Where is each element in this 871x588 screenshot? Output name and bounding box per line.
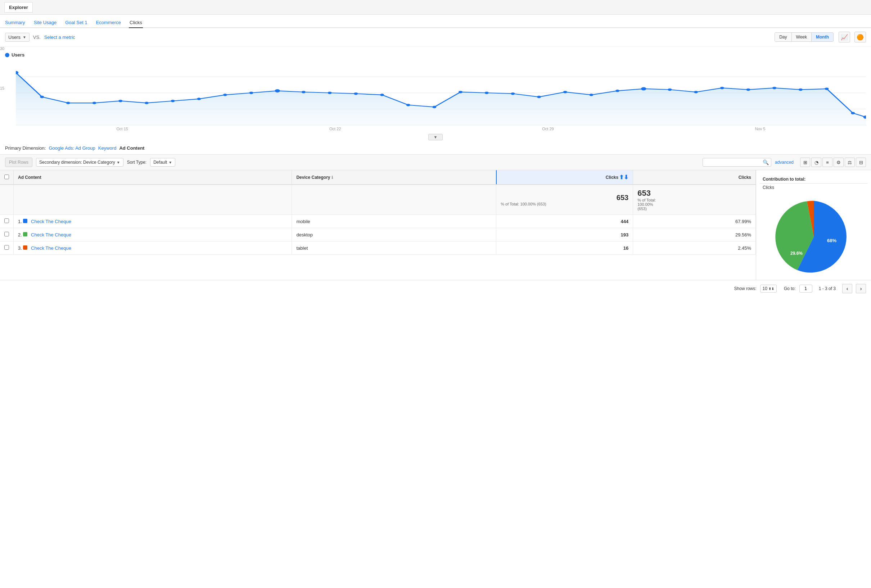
day-btn[interactable]: Day	[775, 33, 792, 41]
row1-ad-content-cell: 1. Check The Cheque	[13, 215, 292, 228]
collapse-chart-btn[interactable]: ▼	[428, 134, 443, 140]
row3-ad-content-cell: 3. Check The Cheque	[13, 241, 292, 255]
row2-color-dot	[23, 232, 27, 236]
svg-point-18	[380, 94, 384, 96]
page-info: 1 - 3 of 3	[819, 286, 836, 291]
week-btn[interactable]: Week	[792, 33, 812, 41]
svg-point-22	[485, 92, 489, 94]
tab-site-usage[interactable]: Site Usage	[33, 18, 58, 28]
secondary-dim-chevron: ▼	[117, 160, 120, 165]
th-clicks-sort[interactable]: Clicks ⬆⬇	[496, 170, 633, 185]
svg-point-15	[302, 91, 305, 93]
svg-point-6	[66, 102, 70, 104]
pie-chart-container: 68% 29.6%	[774, 197, 853, 276]
totals-device-cell	[292, 185, 496, 215]
search-icon[interactable]: 🔍	[763, 159, 769, 165]
table-row: 2. Check The Cheque desktop 193 29.56%	[0, 228, 756, 241]
svg-point-31	[720, 87, 724, 89]
search-box[interactable]: 🔍	[703, 158, 771, 167]
row3-clicks-sort-cell: 16	[496, 241, 633, 255]
time-toggle: Day Week Month	[775, 32, 834, 42]
pie-chart-icon-btn[interactable]: 🟠	[855, 31, 866, 42]
chart-collapse-area: ▼	[0, 134, 871, 140]
table-row: 3. Check The Cheque tablet 16 2.45%	[0, 241, 756, 255]
month-btn[interactable]: Month	[812, 33, 833, 41]
svg-point-21	[458, 91, 462, 93]
svg-point-10	[171, 100, 175, 102]
advanced-link[interactable]: advanced	[775, 160, 794, 165]
row3-name-link[interactable]: Check The Cheque	[31, 245, 71, 251]
dim-google-ads-link[interactable]: Google Ads: Ad Group	[49, 145, 95, 151]
compare-view-btn[interactable]: ⚖	[845, 158, 855, 167]
th-ad-content: Ad Content	[13, 170, 292, 185]
prev-page-btn[interactable]: ‹	[842, 284, 852, 293]
plot-rows-button[interactable]: Plot Rows	[5, 158, 32, 167]
view-icons: ⊞ ◔ ≡ ⚙ ⚖ ⊟	[800, 158, 866, 167]
totals-row: 653 % of Total: 100.00% (653) 653 % of T…	[0, 185, 756, 215]
select-all-checkbox[interactable]	[4, 175, 9, 179]
tab-goal-set[interactable]: Goal Set 1	[64, 18, 88, 28]
dim-keyword-link[interactable]: Keyword	[98, 145, 117, 151]
svg-point-14	[275, 89, 280, 93]
settings-view-btn[interactable]: ⚙	[834, 158, 844, 167]
row2-checkbox-cell	[0, 228, 13, 241]
svg-point-35	[825, 87, 829, 90]
chart-container	[16, 60, 866, 125]
chevron-down-icon: ▼	[23, 35, 26, 39]
row2-clicks-cell: 29.56%	[633, 228, 756, 241]
svg-point-13	[250, 92, 253, 94]
svg-point-30	[694, 91, 698, 93]
row2-checkbox[interactable]	[4, 232, 9, 236]
table-wrapper: Ad Content Device Category ℹ Clicks ⬆⬇ C…	[0, 170, 871, 280]
table-row: 1. Check The Cheque mobile 444 67.99%	[0, 215, 756, 228]
svg-point-29	[667, 88, 672, 91]
primary-dim-label: Primary Dimension:	[5, 145, 46, 151]
y-axis: 30 15	[0, 46, 4, 132]
row2-name-link[interactable]: Check The Cheque	[31, 232, 71, 238]
row3-clicks-cell: 2.45%	[633, 241, 756, 255]
totals-clicks-cell: 653 % of Total: 100.00% (653)	[633, 185, 756, 215]
secondary-dim-dropdown[interactable]: Secondary dimension: Device Category ▼	[36, 158, 123, 167]
dim-ad-content-active: Ad Content	[119, 145, 144, 151]
data-table: Ad Content Device Category ℹ Clicks ⬆⬇ C…	[0, 170, 756, 255]
tab-clicks[interactable]: Clicks	[129, 18, 143, 28]
row3-checkbox[interactable]	[4, 245, 9, 250]
svg-point-5	[40, 96, 44, 98]
svg-point-28	[641, 87, 647, 90]
pie-metric-label: Clicks	[760, 184, 867, 190]
goto-input[interactable]	[799, 285, 812, 293]
pie-label-blue: 68%	[827, 238, 836, 243]
svg-point-19	[406, 104, 410, 106]
select-metric-link[interactable]: Select a metric	[44, 34, 75, 40]
explorer-tab[interactable]: Explorer	[4, 2, 33, 13]
table-footer: Show rows: 10 ⬆⬇ Go to: 1 - 3 of 3 ‹ ›	[0, 280, 871, 297]
metric-dropdown[interactable]: Users ▼	[5, 33, 30, 42]
row1-checkbox-cell	[0, 215, 13, 228]
rows-count-dropdown[interactable]: 10 ⬆⬇	[760, 285, 777, 293]
nav-tabs: Summary Site Usage Goal Set 1 Ecommerce …	[0, 15, 871, 28]
row1-checkbox[interactable]	[4, 218, 9, 223]
contribution-header: Contribution to total:	[760, 174, 867, 184]
grid-view-btn[interactable]: ⊟	[856, 158, 866, 167]
next-page-btn[interactable]: ›	[856, 284, 866, 293]
pie-view-btn[interactable]: ◔	[811, 158, 821, 167]
sort-type-dropdown[interactable]: Default ▼	[150, 158, 175, 167]
controls-row: Users ▼ VS. Select a metric Day Week Mon…	[0, 28, 871, 46]
svg-point-26	[589, 94, 593, 96]
search-input[interactable]	[705, 160, 763, 165]
rows-count-arrows: ⬆⬇	[768, 287, 774, 291]
tab-summary[interactable]: Summary	[4, 18, 26, 28]
svg-point-36	[851, 112, 855, 114]
tab-ecommerce[interactable]: Ecommerce	[95, 18, 122, 28]
svg-point-27	[615, 90, 620, 92]
svg-point-16	[328, 92, 332, 94]
device-category-info-icon: ℹ	[331, 175, 333, 180]
row1-name-link[interactable]: Check The Cheque	[31, 219, 71, 224]
bar-view-btn[interactable]: ≡	[822, 158, 832, 167]
sort-type-label: Sort Type:	[127, 160, 147, 165]
svg-point-7	[93, 102, 96, 104]
table-view-btn[interactable]: ⊞	[800, 158, 810, 167]
pie-label-green: 29.6%	[790, 251, 802, 256]
line-chart-icon-btn[interactable]: 📈	[839, 31, 850, 42]
totals-clicks-sort-cell: 653 % of Total: 100.00% (653)	[496, 185, 633, 215]
